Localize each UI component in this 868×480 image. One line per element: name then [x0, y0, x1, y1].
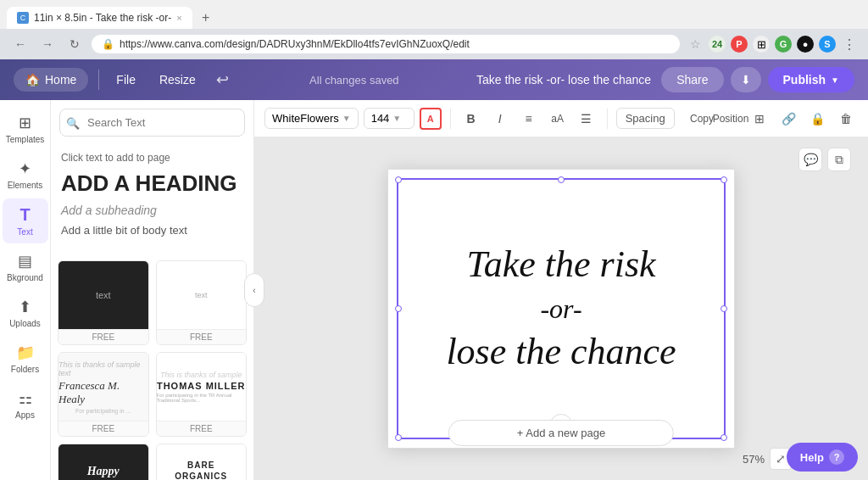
italic-button[interactable]: I — [488, 107, 512, 131]
uploads-icon: ⬆ — [19, 298, 31, 316]
font-size: 144 — [371, 112, 390, 125]
canvas-wrapper: 💬 ⧉ — [254, 137, 868, 480]
tab-close-icon[interactable]: × — [176, 13, 181, 23]
file-button[interactable]: File — [109, 70, 142, 90]
bookmark-icon[interactable]: ☆ — [687, 36, 704, 53]
case-button[interactable]: aA — [546, 107, 570, 131]
color-button[interactable]: A — [420, 108, 442, 130]
link-icon: 🔗 — [782, 112, 796, 126]
uploads-label: Uploads — [9, 319, 41, 328]
font-size-selector[interactable]: 144 ▼ — [364, 108, 415, 129]
new-tab-button[interactable]: + — [196, 8, 216, 28]
toolbar-right: Copy Position ⊞ 🔗 🔒 🗑 — [690, 107, 858, 131]
grid-button[interactable]: ⊞ — [748, 107, 771, 131]
download-button[interactable]: ⬇ — [731, 67, 761, 92]
saved-status: All changes saved — [242, 74, 466, 87]
sidebar-item-elements[interactable]: ✦ Elements — [3, 153, 48, 197]
divider-1 — [450, 109, 451, 129]
design-canvas[interactable]: Take the risk -or- lose the chance — [387, 169, 735, 449]
background-label: Bkground — [7, 273, 43, 282]
sidebar-item-templates[interactable]: ⊞ Templates — [3, 107, 48, 151]
align-icon: ≡ — [526, 112, 532, 126]
sidebar-item-background[interactable]: ▤ Bkground — [3, 245, 48, 289]
menu-icon[interactable]: ⋮ — [841, 36, 858, 53]
add-subheading-button[interactable]: Add a subheading — [61, 204, 243, 217]
template-card-5[interactable]: Happy BIRTHDAY FREE — [58, 444, 149, 480]
template-label-3: FREE — [58, 421, 148, 436]
list-button[interactable]: ☰ — [575, 107, 598, 131]
template-thumb-6: BARE ORGANICS Natural Body Scrub 150ml |… — [157, 444, 247, 480]
copy-button[interactable]: Copy — [690, 107, 714, 131]
font-selector[interactable]: WhiteFlowers ▼ — [264, 108, 359, 129]
template-card-4[interactable]: This is thanks of sample THOMAS MILLER F… — [156, 352, 248, 437]
panel-collapse-button[interactable]: ‹ — [244, 273, 264, 307]
canvas-line2: -or- — [540, 293, 581, 325]
grid-icon: ⊞ — [754, 112, 765, 126]
text-panel: 🔍 Click text to add to page ADD A HEADIN… — [51, 100, 254, 480]
share-button[interactable]: Share — [661, 67, 723, 92]
undo-button[interactable]: ↩ — [213, 67, 232, 92]
template-thumb-1: text — [58, 261, 148, 329]
link-button[interactable]: 🔗 — [776, 107, 800, 131]
template-card-3[interactable]: This is thanks of sample text Francesca … — [58, 352, 149, 437]
forward-button[interactable]: → — [37, 34, 58, 54]
sidebar-item-text[interactable]: T Text — [3, 198, 48, 243]
elements-label: Elements — [8, 181, 43, 190]
sidebar-item-folders[interactable]: 📁 Folders — [3, 337, 48, 381]
sidebar-item-apps[interactable]: ⚏ Apps — [3, 382, 48, 427]
home-button[interactable]: 🏠 Home — [14, 68, 88, 92]
ext-icon-5: ● — [797, 36, 814, 53]
resize-button[interactable]: Resize — [153, 70, 203, 90]
add-heading-button[interactable]: ADD A HEADING — [61, 170, 243, 197]
help-icon: ? — [829, 449, 844, 465]
comment-button[interactable]: 💬 — [798, 148, 822, 171]
divider-2 — [607, 109, 608, 129]
text-panel-content: Click text to add to page ADD A HEADING … — [51, 145, 253, 254]
help-button[interactable]: Help ? — [787, 443, 858, 472]
template-grid: text FREE text FREE This is th — [51, 254, 253, 480]
add-page-button[interactable]: + Add a new page — [448, 420, 674, 446]
page-footer: + Add a new page — [448, 420, 674, 446]
search-box: 🔍 — [59, 109, 245, 137]
publish-button[interactable]: Publish ▼ — [768, 67, 854, 92]
spacing-button[interactable]: Spacing — [616, 108, 675, 129]
canvas-line1: Take the risk — [466, 244, 655, 285]
template-card-2[interactable]: text FREE — [156, 260, 248, 345]
browser-tab[interactable]: C 11in × 8.5in - Take the risk -or- × — [7, 7, 192, 29]
search-icon: 🔍 — [66, 116, 80, 129]
publish-chevron-icon: ▼ — [831, 75, 839, 85]
template-card-1[interactable]: text FREE — [58, 260, 149, 345]
ext-icon-3: ⊞ — [753, 36, 770, 53]
duplicate-page-button[interactable]: ⧉ — [827, 148, 851, 171]
ext-icon-1: 24 — [709, 36, 726, 53]
refresh-button[interactable]: ↻ — [64, 34, 85, 54]
url-text: https://www.canva.com/design/DADRUxy3hnM… — [120, 38, 470, 50]
lock-icon: 🔒 — [810, 112, 825, 126]
background-icon: ▤ — [18, 252, 32, 271]
document-title: Take the risk -or- lose the chance — [476, 73, 651, 87]
align-button[interactable]: ≡ — [517, 107, 541, 131]
template-card-6[interactable]: BARE ORGANICS Natural Body Scrub 150ml |… — [156, 444, 248, 480]
format-toolbar: WhiteFlowers ▼ 144 ▼ A B I ≡ aA ☰ — [254, 100, 868, 137]
nav-separator — [98, 70, 99, 90]
canvas-top-actions: 💬 ⧉ — [798, 148, 851, 171]
spacing-label: Spacing — [626, 112, 665, 125]
folders-label: Folders — [11, 365, 39, 374]
browser-chrome: C 11in × 8.5in - Take the risk -or- × + … — [0, 0, 868, 59]
home-label: Home — [45, 73, 76, 87]
bold-button[interactable]: B — [459, 107, 483, 131]
search-input[interactable] — [59, 109, 245, 137]
nav-actions: Share ⬇ Publish ▼ — [661, 67, 854, 92]
lock-button[interactable]: 🔒 — [805, 107, 829, 131]
position-button[interactable]: Position — [719, 107, 743, 131]
back-button[interactable]: ← — [10, 34, 31, 54]
ext-icon-6: S — [819, 36, 836, 53]
add-body-button[interactable]: Add a little bit of body text — [61, 224, 243, 237]
panel-wrapper: 🔍 Click text to add to page ADD A HEADIN… — [51, 100, 254, 480]
url-input[interactable]: 🔒 https://www.canva.com/design/DADRUxy3h… — [92, 35, 680, 53]
thomas-miller-text: THOMAS MILLER — [157, 381, 246, 391]
delete-button[interactable]: 🗑 — [834, 107, 858, 131]
top-nav: 🏠 Home File Resize ↩ All changes saved T… — [0, 59, 868, 100]
sidebar-item-uploads[interactable]: ⬆ Uploads — [3, 291, 48, 335]
template-label-1: FREE — [58, 329, 148, 344]
